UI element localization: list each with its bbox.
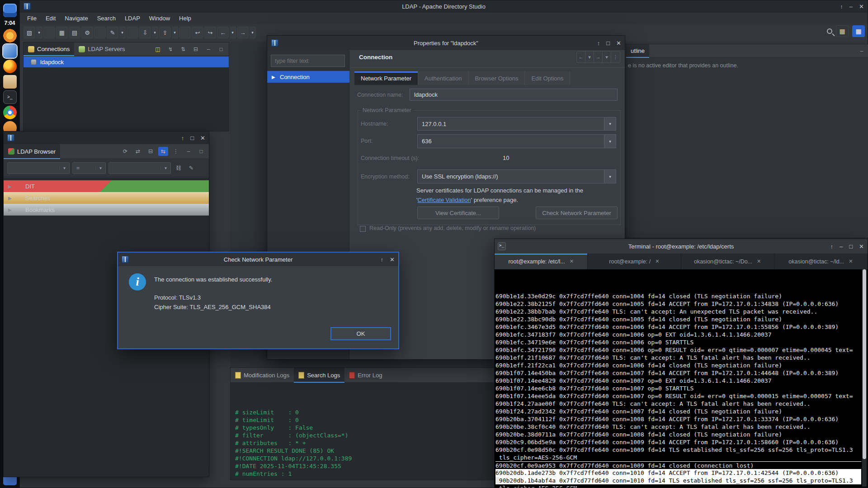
close-window-icon[interactable]: ✕: [616, 40, 621, 47]
certificate-validation-link[interactable]: Certificate Validation: [417, 197, 471, 203]
back-dropdown-icon[interactable]: ▾: [585, 52, 594, 62]
toolbar-button[interactable]: ▾: [250, 27, 256, 38]
filter-input[interactable]: [271, 55, 345, 67]
collapse-all-icon[interactable]: ⊟: [146, 147, 156, 156]
tab-error-log[interactable]: Error Log: [344, 368, 387, 382]
terminal-tab[interactable]: okasion@tictac: ~/Do... ✕: [681, 253, 774, 269]
toolbar-button[interactable]: →: [237, 27, 249, 38]
toolbar-button[interactable]: ▤: [69, 27, 80, 38]
toolbar-button[interactable]: ▾: [152, 27, 158, 38]
quick-search-run-icon[interactable]: ⛓: [174, 164, 184, 173]
file-manager-icon[interactable]: [3, 75, 17, 89]
quick-search-clear-icon[interactable]: ✎: [186, 164, 196, 173]
terminal-tab[interactable]: root@example: /etc/l... ✕: [495, 253, 588, 269]
close-window-icon[interactable]: ✕: [859, 3, 864, 10]
forward-dropdown-icon[interactable]: ▾: [603, 52, 611, 62]
toolbar-button[interactable]: ▧: [24, 27, 35, 38]
minimize-view-icon[interactable]: –: [203, 45, 213, 54]
forward-icon[interactable]: →: [594, 52, 603, 62]
toolbar-button[interactable]: [127, 27, 138, 38]
expand-arrow-icon[interactable]: ▶: [8, 207, 13, 212]
tab-ldap-browser[interactable]: LDAP Browser: [4, 144, 60, 159]
tab-authentication[interactable]: Authentication: [418, 71, 468, 85]
search-icon[interactable]: [827, 28, 832, 34]
toolbar-button[interactable]: ↪: [204, 27, 216, 38]
expand-arrow-icon[interactable]: ▶: [8, 196, 13, 201]
menu-item[interactable]: Window: [145, 14, 175, 23]
quick-search-value-select[interactable]: ▾: [108, 162, 171, 174]
shade-window-icon[interactable]: ↑: [597, 40, 600, 47]
timeout-field[interactable]: 10: [495, 152, 616, 164]
menu-item[interactable]: Edit: [41, 14, 60, 23]
toolbar-button[interactable]: ←: [217, 27, 229, 38]
terminal-scrollbar[interactable]: [862, 269, 867, 487]
toolbar-button[interactable]: [94, 27, 106, 38]
toolbar-button[interactable]: ✎: [107, 27, 118, 38]
read-only-checkbox[interactable]: [360, 226, 366, 232]
expand-arrow-icon[interactable]: ▶: [8, 184, 13, 189]
terminal-tab[interactable]: root@example: / ✕: [588, 253, 681, 269]
terminal-launcher-icon[interactable]: >_: [3, 90, 17, 104]
menu-item[interactable]: File: [23, 14, 41, 23]
toolbar-button[interactable]: ⇩: [139, 27, 151, 38]
toolbar-button[interactable]: [179, 27, 191, 38]
menu-item[interactable]: Search: [93, 14, 120, 23]
port-combo[interactable]: 636 ▾: [417, 134, 616, 148]
menu-item[interactable]: LDAP: [120, 14, 145, 23]
toolbar-button[interactable]: [43, 27, 55, 38]
collapse-all-icon[interactable]: ⊟: [191, 45, 201, 54]
toolbar-button[interactable]: ▦: [56, 27, 68, 38]
close-tab-icon[interactable]: ✕: [570, 258, 574, 264]
toolbar-button[interactable]: ▾: [119, 27, 126, 38]
chevron-down-icon[interactable]: ▾: [604, 117, 616, 130]
connection-entry-ldapdock[interactable]: ldapdock: [24, 56, 229, 67]
directory-studio-app-icon[interactable]: [3, 44, 17, 58]
disconnect-icon[interactable]: ⇅: [178, 45, 188, 54]
check-dialog-titlebar[interactable]: Check Network Parameter ↑ ✕: [118, 253, 398, 266]
toolbar-button[interactable]: ↩: [192, 27, 203, 38]
chevron-down-icon[interactable]: ▾: [604, 170, 616, 183]
tab-outline[interactable]: utline: [626, 44, 649, 57]
tree-item[interactable]: ▶ Searches: [4, 192, 209, 204]
menu-item[interactable]: Navigate: [60, 14, 92, 23]
maximize-view-icon[interactable]: □: [216, 45, 226, 54]
view-menu-icon[interactable]: ⋮: [171, 147, 181, 156]
maximize-view-icon[interactable]: □: [196, 147, 206, 156]
tab-search-logs[interactable]: Search Logs: [294, 368, 344, 382]
shade-window-icon[interactable]: ↑: [840, 3, 843, 10]
sidebar-item-connection[interactable]: ▶ Connection: [267, 71, 349, 83]
shade-window-icon[interactable]: ↑: [181, 135, 184, 141]
chevron-down-icon[interactable]: ▾: [604, 135, 616, 148]
maximize-window-icon[interactable]: □: [190, 135, 194, 141]
encryption-method-combo[interactable]: Use SSL encryption (ldaps://) ▾: [417, 169, 616, 183]
quick-search-attribute-select[interactable]: ▾: [7, 162, 70, 174]
ldap-browser-titlebar[interactable]: ↑ □ ✕: [4, 131, 209, 144]
check-network-parameter-button[interactable]: Check Network Parameter: [536, 206, 618, 219]
swap-icon[interactable]: ⇄: [133, 147, 143, 156]
view-certificate-button[interactable]: View Certificate...: [417, 206, 499, 219]
refresh-icon[interactable]: ⟳: [120, 147, 130, 156]
toolbar-button[interactable]: ▾: [172, 27, 178, 38]
minimize-window-icon[interactable]: –: [849, 3, 853, 10]
tab-edit-options[interactable]: Edit Options: [525, 71, 570, 85]
connect-icon[interactable]: ↯: [165, 45, 175, 54]
quick-search-operator-select[interactable]: = ▾: [72, 162, 106, 174]
dock-clock[interactable]: 7:04: [3, 19, 17, 27]
toolbar-button[interactable]: ▾: [230, 27, 236, 38]
ldap-perspective-button[interactable]: ▦: [852, 25, 865, 37]
shade-window-icon[interactable]: ↑: [381, 256, 384, 263]
minimize-window-icon[interactable]: –: [840, 243, 843, 250]
close-tab-icon[interactable]: ✕: [655, 258, 659, 264]
tab-connections[interactable]: Connections: [24, 42, 74, 56]
scrollbar-thumb[interactable]: [863, 269, 866, 459]
close-tab-icon[interactable]: ✕: [849, 258, 853, 264]
tab-ldap-servers[interactable]: LDAP Servers: [74, 42, 129, 56]
minimize-view-icon[interactable]: –: [857, 47, 867, 56]
link-with-editor-icon[interactable]: ⇆: [158, 147, 168, 156]
ok-button[interactable]: OK: [330, 327, 391, 340]
terminal-titlebar[interactable]: >_ Terminal - root@example: /etc/ldap/ce…: [495, 239, 868, 253]
menu-item[interactable]: Help: [175, 14, 196, 23]
tab-modification-logs[interactable]: Modification Logs: [231, 368, 294, 382]
maximize-window-icon[interactable]: □: [606, 40, 610, 47]
main-window-titlebar[interactable]: LDAP - Apache Directory Studio ↑ – ✕: [20, 0, 868, 13]
